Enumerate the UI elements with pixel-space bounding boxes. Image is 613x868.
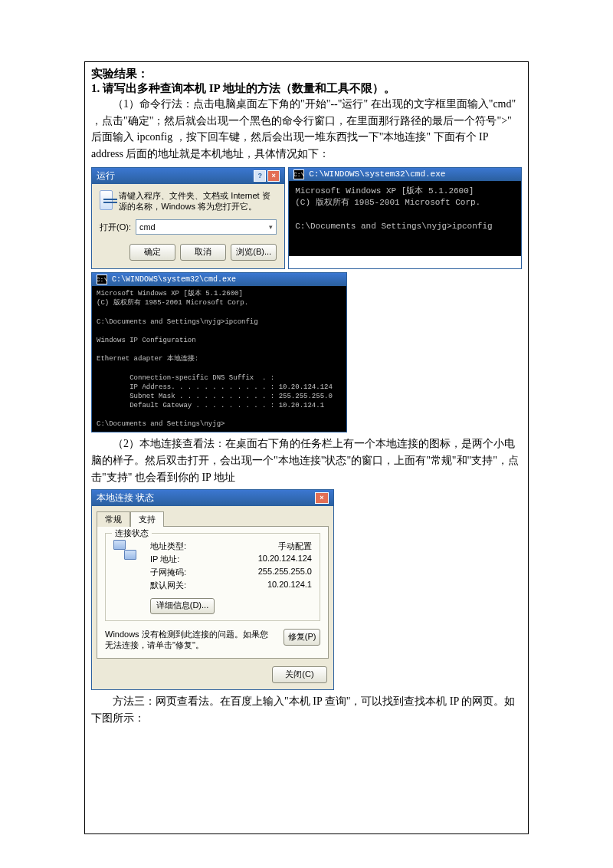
gateway-value: 10.20.124.1 [267,580,312,591]
cancel-button[interactable]: 取消 [180,244,226,261]
connection-status-group: 连接状态 地址类型:手动配置 IP 地址:10.20.124.124 子网掩码:… [105,533,320,621]
cmd-output-2: Microsoft Windows XP [版本 5.1.2600] (C) 版… [92,286,346,432]
cmd-icon: C:\ [97,275,107,284]
cmd2-title-text: C:\WINDOWS\system32\cmd.exe [112,275,236,284]
run-dialog: 运行 ? × 请键入程序、文件夹、文档或 Internet 资源的名称，Wind… [91,167,285,270]
mask-value: 255.255.255.0 [258,567,312,578]
tab-support[interactable]: 支持 [130,511,164,527]
cmd-icon: C:\ [293,169,304,179]
connection-status-window: 本地连接 状态 × 常规 支持 连接状态 地址类型:手动配置 IP 地址:10.… [91,489,334,691]
ip-label: IP 地址: [150,554,179,565]
run-title-text: 运行 [97,169,115,182]
open-input-value: cmd [139,222,156,232]
ip-value: 10.20.124.124 [258,554,312,565]
close-icon[interactable]: × [267,170,280,182]
question-1-title: 1. 请写出多种查询本机 IP 地址的方法（数量和工具不限）。 [91,81,522,96]
open-input[interactable]: cmd ▾ [136,219,277,235]
addr-type-value: 手动配置 [278,541,312,552]
run-app-icon [100,190,113,210]
cmd-title-text: C:\WINDOWS\system32\cmd.exe [309,169,445,179]
repair-button[interactable]: 修复(P) [284,629,320,646]
figure-row-1: 运行 ? × 请键入程序、文件夹、文档或 Internet 资源的名称，Wind… [91,167,522,270]
run-titlebar: 运行 ? × [92,168,284,184]
open-label: 打开(O): [100,222,131,233]
browse-button[interactable]: 浏览(B)... [231,244,277,261]
chevron-down-icon[interactable]: ▾ [269,223,273,231]
method-3-text: 方法三：网页查看法。在百度上输入"本机 IP 查询"，可以找到查找本机 IP 的… [91,693,522,726]
details-button[interactable]: 详细信息(D)... [150,598,215,614]
tab-general[interactable]: 常规 [97,511,130,527]
close-icon[interactable]: × [315,492,329,504]
document-frame: 实验结果： 1. 请写出多种查询本机 IP 地址的方法（数量和工具不限）。 （1… [84,61,529,834]
method-2-text: （2）本地连接查看法：在桌面右下角的任务栏上有一个本地连接的图标，是两个小电脑的… [91,436,522,485]
run-message: 请键入程序、文件夹、文档或 Internet 资源的名称，Windows 将为您… [119,190,277,212]
close-button[interactable]: 关闭(C) [272,666,327,683]
section-title: 实验结果： [91,67,522,81]
addr-type-label: 地址类型: [150,541,186,552]
group-title: 连接状态 [112,528,152,539]
mask-label: 子网掩码: [150,567,186,578]
repair-notice: Windows 没有检测到此连接的问题。如果您无法连接，请单击"修复"。 [105,629,276,651]
conn-title-text: 本地连接 状态 [97,492,154,505]
cmd-window-2: C:\ C:\WINDOWS\system32\cmd.exe Microsof… [91,272,347,432]
cmd-window-1: C:\ C:\WINDOWS\system32\cmd.exe Microsof… [288,167,522,270]
method-1-text: （1）命令行法：点击电脑桌面左下角的"开始"--"运行" 在出现的文字框里面输入… [91,96,522,163]
help-icon[interactable]: ? [254,170,266,182]
cmd-output-1: Microsoft Windows XP [版本 5.1.2600] (C) 版… [289,181,521,256]
network-icon [113,540,136,560]
gateway-label: 默认网关: [150,580,186,591]
ok-button[interactable]: 确定 [129,244,175,261]
